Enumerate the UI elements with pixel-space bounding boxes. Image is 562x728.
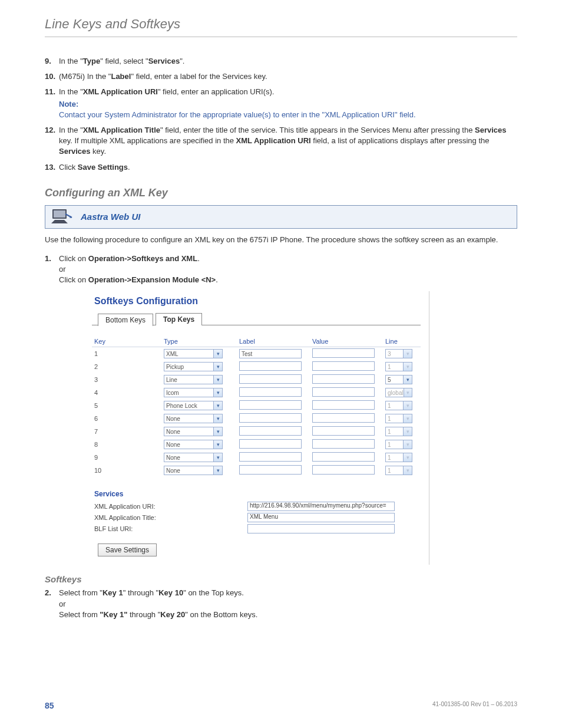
cell-key: 1 <box>92 347 161 361</box>
line-select[interactable]: 1▾ <box>385 466 412 475</box>
step-number: 9. <box>45 56 51 67</box>
tab-bottom-keys[interactable]: Bottom Keys <box>98 314 153 326</box>
chevron-down-icon: ▾ <box>403 401 412 410</box>
table-row: 1XML▾Test3▾ <box>92 347 421 361</box>
step-item: 9.In the "Type" field, select "Services"… <box>45 56 517 67</box>
chevron-down-icon: ▾ <box>213 363 222 371</box>
blf-list-uri-label: BLF List URI: <box>94 525 247 532</box>
value-input[interactable] <box>312 426 375 436</box>
table-row: 6None▾1▾ <box>92 412 421 425</box>
line-select[interactable]: 1▾ <box>385 414 412 423</box>
xml-app-uri-row: XML Application URI: http://216.94.98.90… <box>94 502 421 511</box>
chevron-down-icon: ▾ <box>213 388 222 397</box>
value-input[interactable] <box>312 361 375 371</box>
cell-key: 7 <box>92 425 161 438</box>
type-select[interactable]: XML▾ <box>164 349 223 358</box>
line-select[interactable]: 1▾ <box>385 401 412 410</box>
type-select[interactable]: None▾ <box>164 466 223 475</box>
value-input[interactable] <box>312 348 375 358</box>
paragraph-intro: Use the following procedure to configure… <box>45 235 517 245</box>
step-or: or <box>59 265 66 274</box>
col-type: Type <box>161 336 237 347</box>
softkeys-config-title: Softkeys Configuration <box>92 291 421 312</box>
type-select[interactable]: Pickup▾ <box>164 362 223 371</box>
xml-app-uri-label: XML Application URI: <box>94 503 247 510</box>
step-list-top: 9.In the "Type" field, select "Services"… <box>45 56 517 173</box>
cell-key: 10 <box>92 464 161 477</box>
xml-app-uri-input[interactable]: http://216.94.98.90/xml/menu/mymenu.php?… <box>247 502 395 511</box>
line-select[interactable]: 5▾ <box>385 375 412 384</box>
label-input[interactable] <box>239 387 302 397</box>
line-select[interactable]: 1▾ <box>385 453 412 462</box>
value-input[interactable] <box>312 400 375 410</box>
xml-app-title-input[interactable]: XML Menu <box>247 513 395 522</box>
line-select[interactable]: 1▾ <box>385 362 412 371</box>
section-heading-config-xml: Configuring an XML Key <box>45 187 517 199</box>
label-input[interactable] <box>239 439 302 449</box>
line-select[interactable]: 1▾ <box>385 440 412 449</box>
softkeys-table: Key Type Label Value Line 1XML▾Test3▾2Pi… <box>92 336 421 477</box>
chevron-down-icon: ▾ <box>403 466 412 475</box>
table-row: 3Line▾5▾ <box>92 373 421 386</box>
type-select[interactable]: None▾ <box>164 427 223 436</box>
label-input[interactable] <box>239 452 302 462</box>
computer-icon <box>51 209 75 225</box>
cell-key: 6 <box>92 412 161 425</box>
cell-key: 8 <box>92 438 161 451</box>
chevron-down-icon: ▾ <box>403 350 412 358</box>
step-text: In the "XML Application Title" field, en… <box>59 126 507 156</box>
blf-list-uri-row: BLF List URI: <box>94 524 421 533</box>
step-number: 11. <box>45 87 55 97</box>
step-text: Select from "Key 1" through "Key 20" on … <box>59 610 257 619</box>
type-select[interactable]: None▾ <box>164 453 223 462</box>
page-title: Line Keys and Softkeys <box>45 17 517 37</box>
cell-key: 3 <box>92 373 161 386</box>
chevron-down-icon: ▾ <box>213 414 222 423</box>
label-input[interactable] <box>239 426 302 436</box>
step-text: (M675i) In the "Label" field, enter a la… <box>59 72 267 81</box>
step-number: 1. <box>45 253 51 264</box>
chevron-down-icon: ▾ <box>213 401 222 410</box>
chevron-down-icon: ▾ <box>403 363 412 371</box>
tab-top-keys[interactable]: Top Keys <box>156 313 202 325</box>
cell-key: 2 <box>92 360 161 373</box>
value-input[interactable] <box>312 387 375 397</box>
label-input[interactable] <box>239 400 302 410</box>
type-select[interactable]: None▾ <box>164 414 223 423</box>
type-select[interactable]: Line▾ <box>164 375 223 384</box>
label-input[interactable] <box>239 413 302 423</box>
aastra-web-ui-callout: Aastra Web UI <box>45 205 517 229</box>
value-input[interactable] <box>312 439 375 449</box>
step-text: In the "Type" field, select "Services". <box>59 57 184 65</box>
value-input[interactable] <box>312 374 375 384</box>
label-input[interactable]: Test <box>239 349 302 358</box>
col-value: Value <box>310 336 383 347</box>
line-select[interactable]: 3▾ <box>385 349 412 358</box>
save-settings-button[interactable]: Save Settings <box>98 543 157 556</box>
step-item: 10.(M675i) In the "Label" field, enter a… <box>45 71 517 82</box>
type-select[interactable]: Icom▾ <box>164 388 223 397</box>
type-select[interactable]: Phone Lock▾ <box>164 401 223 410</box>
label-input[interactable] <box>239 361 302 371</box>
value-input[interactable] <box>312 413 375 423</box>
chevron-down-icon: ▾ <box>213 440 222 449</box>
chevron-down-icon: ▾ <box>213 375 222 384</box>
table-row: 2Pickup▾1▾ <box>92 360 421 373</box>
cell-key: 9 <box>92 451 161 464</box>
step-item: 12.In the "XML Application Title" field,… <box>45 125 517 157</box>
line-select[interactable]: 1▾ <box>385 427 412 436</box>
label-input[interactable] <box>239 374 302 384</box>
value-input[interactable] <box>312 452 375 462</box>
line-select[interactable]: global▾ <box>385 388 412 397</box>
chevron-down-icon: ▾ <box>404 388 412 397</box>
table-row: 9None▾1▾ <box>92 451 421 464</box>
softkeys-config-screenshot: Softkeys Configuration Bottom Keys Top K… <box>92 291 429 565</box>
label-input[interactable] <box>239 465 302 475</box>
note-text: Contact your System Administrator for th… <box>59 110 416 119</box>
blf-list-uri-input[interactable] <box>247 524 395 533</box>
value-input[interactable] <box>312 465 375 475</box>
table-row: 8None▾1▾ <box>92 438 421 451</box>
type-select[interactable]: None▾ <box>164 440 223 449</box>
chevron-down-icon: ▾ <box>403 453 412 462</box>
step-number: 13. <box>45 162 55 173</box>
